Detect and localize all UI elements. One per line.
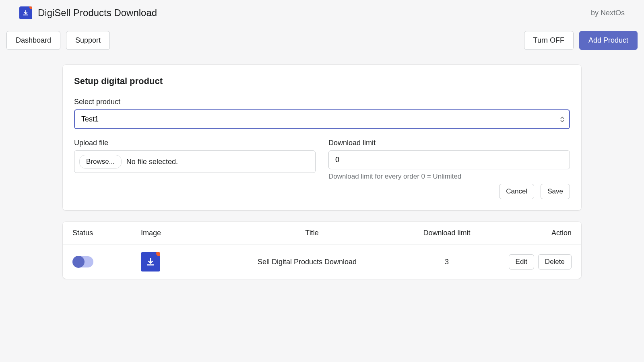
delete-button[interactable]: Delete	[538, 254, 572, 269]
products-table: Status Image Title Download limit Action…	[63, 222, 581, 279]
form-row: Upload file Browse... No file selected. …	[74, 139, 570, 181]
dashboard-button[interactable]: Dashboard	[6, 31, 60, 50]
vendor-label: by NextOs	[591, 9, 625, 17]
title-cell: Sell Digital Products Download	[221, 258, 402, 266]
download-limit-input[interactable]	[328, 150, 570, 169]
download-limit-group: Download limit Download limit for every …	[328, 139, 570, 181]
toolbar-left: Dashboard Support	[6, 31, 110, 50]
cancel-button[interactable]: Cancel	[499, 184, 534, 199]
table-header: Status Image Title Download limit Action	[63, 222, 581, 245]
app-logo-icon	[19, 6, 32, 19]
header-status: Status	[72, 229, 141, 237]
form-actions: Cancel Save	[74, 184, 570, 199]
status-toggle[interactable]	[72, 256, 93, 267]
add-product-button[interactable]: Add Product	[579, 31, 638, 50]
header-action: Action	[491, 229, 572, 237]
select-product-input[interactable]	[74, 109, 570, 129]
header-title: Title	[221, 229, 402, 237]
app-header: DigiSell Products Download by NextOs	[0, 0, 644, 26]
upload-file-label: Upload file	[74, 139, 316, 147]
toggle-knob	[72, 256, 85, 268]
edit-button[interactable]: Edit	[509, 254, 534, 269]
table-row: Sell Digital Products Download 3 Edit De…	[63, 245, 581, 279]
download-limit-help: Download limit for every order 0 = Unlim…	[328, 173, 570, 181]
toolbar: Dashboard Support Turn OFF Add Product	[0, 26, 644, 55]
app-title: DigiSell Products Download	[38, 7, 157, 19]
card-title: Setup digital product	[74, 76, 570, 86]
toolbar-right: Turn OFF Add Product	[524, 31, 638, 50]
upload-file-group: Upload file Browse... No file selected.	[74, 139, 316, 181]
header-image: Image	[141, 229, 221, 237]
status-cell	[72, 256, 141, 267]
setup-card: Setup digital product Select product Upl…	[63, 65, 581, 210]
select-product-label: Select product	[74, 98, 570, 106]
save-button[interactable]: Save	[541, 184, 570, 199]
header-limit: Download limit	[402, 229, 491, 237]
select-product-group: Select product	[74, 98, 570, 129]
app-header-left: DigiSell Products Download	[19, 6, 157, 19]
support-button[interactable]: Support	[66, 31, 110, 50]
file-input-wrapper: Browse... No file selected.	[74, 150, 316, 173]
download-limit-label: Download limit	[328, 139, 570, 147]
action-cell: Edit Delete	[491, 254, 572, 269]
file-status: No file selected.	[126, 158, 178, 166]
turn-off-button[interactable]: Turn OFF	[524, 31, 574, 50]
product-image-icon	[141, 252, 160, 272]
browse-button[interactable]: Browse...	[79, 155, 122, 169]
limit-cell: 3	[402, 258, 491, 266]
content: Setup digital product Select product Upl…	[56, 65, 588, 279]
select-product-wrapper	[74, 109, 570, 129]
image-cell	[141, 252, 221, 272]
